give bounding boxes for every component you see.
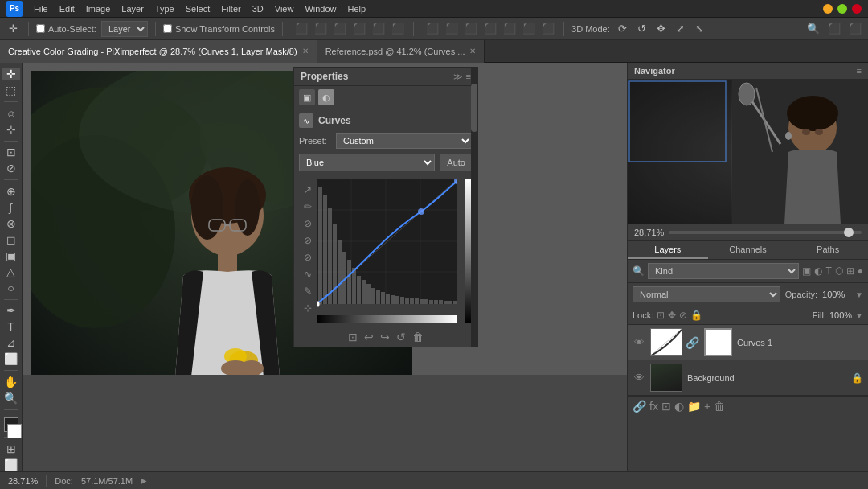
status-expand-arrow[interactable]: ▶ — [141, 476, 147, 485]
align-left-icon[interactable]: ⬛ — [293, 21, 309, 37]
search-icon[interactable]: 🔍 — [805, 21, 821, 37]
menu-select[interactable]: Select — [186, 4, 211, 14]
path-tool[interactable]: ⊿ — [2, 336, 20, 349]
layer-curves1-chain-icon[interactable]: 🔗 — [686, 336, 699, 349]
tab-channels[interactable]: Channels — [708, 241, 788, 259]
layer-mask-button[interactable]: ⊡ — [661, 400, 671, 413]
menu-edit[interactable]: Edit — [59, 4, 75, 14]
lock-artboard-icon[interactable]: ⊘ — [679, 310, 687, 321]
auto-button[interactable]: Auto — [440, 154, 473, 171]
window-close[interactable] — [852, 4, 862, 14]
curves-target-tool[interactable]: ⊹ — [301, 301, 315, 315]
curves-eyedropper-black[interactable]: ⊘ — [301, 216, 315, 231]
tab-main-close[interactable]: ✕ — [302, 47, 309, 55]
3d-rotate-icon[interactable]: ⟳ — [615, 21, 631, 37]
curves-smooth-tool[interactable]: ∿ — [301, 267, 315, 281]
preset-select[interactable]: Custom — [336, 133, 473, 149]
layer-kind-select[interactable]: Kind — [648, 263, 799, 279]
curves-previous-button[interactable]: ↩ — [364, 331, 374, 343]
share-icon[interactable]: ⬛ — [847, 21, 863, 37]
3d-scale-icon[interactable]: ⤡ — [692, 21, 708, 37]
menu-layer[interactable]: Layer — [121, 4, 144, 14]
text-tool[interactable]: T — [2, 320, 20, 333]
align-center-icon[interactable]: ⬛ — [313, 21, 329, 37]
curves-next-button[interactable]: ↪ — [380, 331, 390, 343]
properties-tab-pixel[interactable]: ▣ — [299, 89, 315, 105]
layer-background-visibility[interactable]: 👁 — [633, 372, 645, 384]
panel-scrollbar-thumb[interactable] — [471, 84, 477, 132]
align-top-icon[interactable]: ⬛ — [351, 21, 367, 37]
lock-position-icon[interactable]: ✥ — [668, 310, 676, 321]
navigator-menu-icon[interactable]: ≡ — [857, 66, 862, 76]
distribute5-icon[interactable]: ⬛ — [502, 21, 518, 37]
selection-tool[interactable]: ⬚ — [2, 84, 20, 97]
workspace-icon[interactable]: ⬛ — [826, 21, 842, 37]
3d-roll-icon[interactable]: ↺ — [634, 21, 650, 37]
distribute3-icon[interactable]: ⬛ — [463, 21, 479, 37]
layer-new-button[interactable]: + — [704, 400, 710, 413]
brush-tool[interactable]: ∫ — [2, 201, 20, 214]
panel-scrollbar[interactable] — [471, 68, 477, 347]
align-middle-icon[interactable]: ⬛ — [371, 21, 387, 37]
window-maximize[interactable] — [837, 4, 847, 14]
show-transform-input[interactable] — [163, 24, 172, 33]
tab-layers[interactable]: Layers — [628, 241, 708, 259]
filter-pixel-icon[interactable]: ▣ — [802, 265, 811, 277]
align-right-icon[interactable]: ⬛ — [332, 21, 348, 37]
pen-tool[interactable]: ✒ — [2, 304, 20, 317]
3d-pan-icon[interactable]: ✥ — [653, 21, 669, 37]
filter-type-icon[interactable]: T — [825, 265, 831, 277]
magic-wand-tool[interactable]: ⊹ — [2, 123, 20, 136]
navigator-zoom-thumb[interactable] — [844, 228, 854, 237]
tab-reference-close[interactable]: ✕ — [469, 47, 476, 55]
channel-select[interactable]: Blue — [299, 154, 435, 171]
menu-window[interactable]: Window — [305, 4, 336, 14]
menu-3d[interactable]: 3D — [252, 4, 264, 14]
eyedropper-tool[interactable]: ⊘ — [2, 162, 20, 175]
lock-all-icon[interactable]: 🔒 — [690, 310, 702, 321]
distribute6-icon[interactable]: ⬛ — [521, 21, 537, 37]
properties-tab-adjustment[interactable]: ◐ — [318, 89, 334, 105]
layer-delete-button[interactable]: 🗑 — [714, 400, 725, 413]
curves-pointer-tool[interactable]: ↗ — [301, 183, 315, 197]
move-tool-icon[interactable]: ✛ — [5, 21, 21, 37]
filter-shape-icon[interactable]: ⬡ — [835, 265, 843, 277]
filter-toggle[interactable]: ● — [858, 265, 863, 277]
curves-eyedropper-white[interactable]: ⊘ — [301, 250, 315, 265]
auto-select-input[interactable] — [36, 24, 45, 33]
layer-fx-button[interactable]: fx — [649, 400, 658, 413]
distribute7-icon[interactable]: ⬛ — [540, 21, 556, 37]
gradient-tool[interactable]: ▣ — [2, 249, 20, 262]
blend-mode-select[interactable]: Normal — [633, 286, 780, 302]
layer-adjustment-button[interactable]: ◐ — [674, 400, 684, 413]
layer-curves1[interactable]: 👁 🔗 Curves 1 — [628, 325, 868, 360]
curves-reset-button[interactable]: ↺ — [396, 331, 406, 343]
auto-select-type[interactable]: Layer — [101, 21, 148, 37]
menu-help[interactable]: Help — [348, 4, 366, 14]
shape-tool[interactable]: ⬜ — [2, 352, 20, 365]
properties-expand-icon[interactable]: ≫ — [453, 72, 463, 82]
screen-mode-tool[interactable]: ⬜ — [2, 458, 20, 471]
menu-image[interactable]: Image — [86, 4, 111, 14]
lasso-tool[interactable]: ⌾ — [2, 107, 20, 120]
curves-graph-svg[interactable] — [317, 179, 457, 312]
dodge-tool[interactable]: ○ — [2, 281, 20, 294]
curves-delete-button[interactable]: 🗑 — [412, 331, 424, 343]
curves-pencil-draw[interactable]: ✎ — [301, 284, 315, 298]
window-minimize[interactable] — [823, 4, 833, 14]
menu-type[interactable]: Type — [155, 4, 174, 14]
filter-smart-icon[interactable]: ⊞ — [846, 265, 854, 277]
navigator-zoom-slider[interactable] — [669, 231, 862, 234]
clone-tool[interactable]: ⊗ — [2, 217, 20, 230]
layer-background[interactable]: 👁 Background 🔒 — [628, 360, 868, 396]
distribute4-icon[interactable]: ⬛ — [482, 21, 498, 37]
quick-mask-tool[interactable]: ⊞ — [2, 442, 20, 455]
align-bottom-icon[interactable]: ⬛ — [390, 21, 406, 37]
filter-adjustment-icon[interactable]: ◐ — [814, 265, 822, 277]
background-color[interactable] — [7, 424, 22, 438]
hand-tool[interactable]: ✋ — [2, 376, 20, 388]
menu-view[interactable]: View — [275, 4, 294, 14]
lock-pixel-icon[interactable]: ⊡ — [657, 310, 665, 321]
fill-arrow[interactable]: ▼ — [855, 311, 863, 320]
auto-select-checkbox[interactable]: Auto-Select: — [36, 24, 96, 34]
